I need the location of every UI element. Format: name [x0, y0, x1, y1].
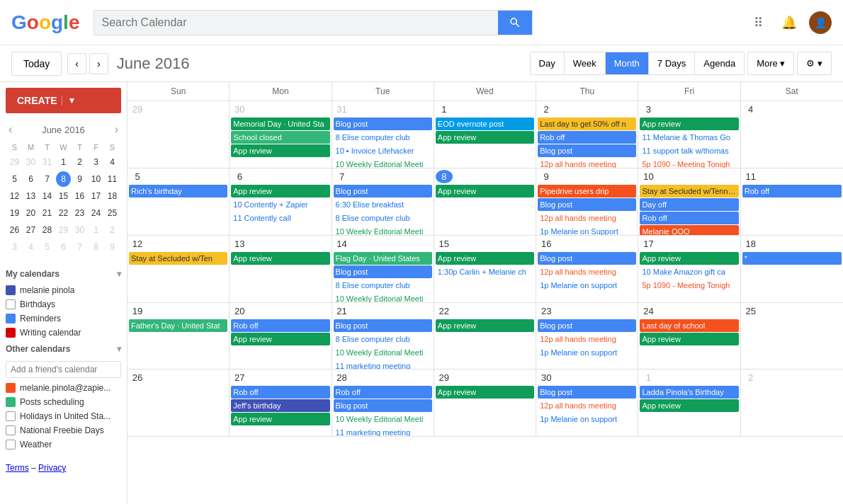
calendar-event[interactable]: App review [436, 386, 534, 399]
mini-cal-day[interactable]: 9 [72, 171, 87, 187]
calendar-event[interactable]: Flag Day · United States [334, 252, 432, 265]
calendar-event[interactable]: Rob off [538, 131, 636, 144]
calendar-event[interactable]: 8 Elise computer club [334, 131, 432, 144]
day-number[interactable]: 30 [231, 103, 248, 116]
calendar-event[interactable]: 8 Elise computer club [334, 212, 432, 224]
calendar-cell[interactable]: 6App review10 Contently + Zapier11 Conte… [230, 168, 332, 236]
calendar-event[interactable]: Rob off [231, 386, 329, 399]
day-number[interactable]: 9 [538, 170, 555, 183]
other-calendar-item[interactable]: melanie.pinola@zapie... [6, 381, 121, 395]
calendar-event[interactable]: 10 Weekly Editorial Meeti [334, 413, 432, 425]
other-calendar-item[interactable]: Holidays in United Sta... [6, 409, 121, 423]
calendar-cell[interactable]: 30Memorial Day · United StaSchool closed… [230, 101, 332, 168]
mini-cal-day[interactable]: 20 [23, 205, 38, 221]
view-day[interactable]: Day [531, 52, 565, 74]
calendar-cell[interactable]: 29 [128, 101, 230, 168]
calendar-cell[interactable]: 16Blog post12p all hands meeting1p Melan… [536, 236, 638, 303]
mini-cal-prev[interactable]: ‹ [6, 122, 15, 137]
calendar-event[interactable]: 11 support talk w/thomas [640, 144, 738, 157]
day-number[interactable]: 19 [129, 304, 146, 318]
mini-cal-day[interactable]: 30 [23, 154, 38, 170]
mini-cal-day[interactable]: 5 [40, 239, 55, 255]
day-number[interactable]: 13 [231, 237, 248, 251]
calendar-checkbox[interactable] [6, 411, 16, 421]
calendar-cell[interactable]: 4 [741, 101, 843, 168]
view-week[interactable]: Week [565, 52, 606, 74]
view-7days[interactable]: 7 Days [649, 52, 695, 74]
calendar-event[interactable]: Stay at Secluded w/Ten [129, 252, 227, 265]
other-calendar-item[interactable]: National Freebie Days [6, 423, 121, 437]
calendar-event[interactable]: Day off [640, 198, 738, 211]
day-number[interactable]: 12 [129, 237, 146, 251]
mini-cal-day[interactable]: 30 [72, 222, 87, 238]
calendar-event[interactable]: App review [436, 131, 534, 144]
calendar-event[interactable]: 12p all hands meeting [538, 265, 636, 278]
calendar-event[interactable]: Rob off [334, 386, 432, 399]
calendar-event[interactable]: * [742, 252, 842, 265]
day-number[interactable]: 24 [640, 304, 657, 318]
mini-cal-day[interactable]: 10 [89, 171, 103, 187]
my-calendar-item[interactable]: Writing calendar [6, 326, 121, 340]
calendar-event[interactable]: 8 Elise computer club [334, 333, 432, 345]
calendar-event[interactable]: 10 Weekly Editorial Meeti [334, 158, 432, 168]
calendar-event[interactable]: Blog post [538, 198, 636, 211]
mini-cal-next[interactable]: › [112, 122, 121, 137]
grid-icon[interactable]: ⠿ [747, 11, 769, 34]
calendar-event[interactable]: App review [436, 185, 534, 197]
calendar-cell[interactable]: 26 [128, 370, 230, 437]
calendar-event[interactable]: Rob off [742, 185, 842, 197]
calendar-cell[interactable]: 2 [741, 370, 843, 437]
calendar-event[interactable]: 12p all hands meeting [538, 158, 636, 168]
view-agenda[interactable]: Agenda [695, 52, 744, 74]
calendar-event[interactable]: 5p 1090 - Meeting Tonigh [640, 158, 738, 168]
other-calendars-header[interactable]: Other calendars ▾ [6, 340, 121, 358]
calendar-cell[interactable]: 27Rob offJeff's birthdayApp review [230, 370, 332, 437]
calendar-cell[interactable]: 1Ladda Pinola's BirthdayApp review [638, 370, 740, 437]
day-number[interactable]: 16 [538, 237, 555, 251]
day-number[interactable]: 2 [538, 103, 555, 116]
calendar-cell[interactable]: 8App review [434, 168, 536, 236]
calendar-event[interactable]: Blog post [538, 319, 636, 332]
calendar-event[interactable]: Blog post [334, 265, 432, 278]
calendar-cell[interactable]: 21Blog post8 Elise computer club10 Weekl… [332, 303, 434, 370]
mini-cal-day[interactable]: 23 [72, 205, 87, 221]
mini-cal-day[interactable]: 7 [40, 171, 55, 187]
calendar-event[interactable]: App review [640, 252, 738, 265]
calendar-cell[interactable]: 22App review [434, 303, 536, 370]
calendar-cell[interactable]: 12Stay at Secluded w/Ten [128, 236, 230, 303]
day-number[interactable]: 22 [436, 304, 453, 318]
mini-cal-day[interactable]: 12 [7, 188, 22, 204]
calendar-cell[interactable]: 1EOD evernote postApp review [434, 101, 536, 168]
calendar-cell[interactable]: 17App review10 Make Amazon gift ca5p 109… [638, 236, 740, 303]
mini-cal-day[interactable]: 9 [105, 239, 120, 255]
calendar-event[interactable]: 6:30 Elise breakfast [334, 198, 432, 211]
calendar-cell[interactable]: 18* [741, 236, 843, 303]
day-number[interactable]: 27 [231, 371, 248, 384]
calendar-event[interactable]: 10 Weekly Editorial Meeti [334, 225, 432, 236]
mini-cal-day[interactable]: 22 [56, 205, 71, 221]
mini-cal-day[interactable]: 16 [72, 188, 87, 204]
day-number[interactable]: 29 [436, 371, 453, 384]
mini-cal-day[interactable]: 7 [72, 239, 87, 255]
mini-cal-day[interactable]: 2 [105, 222, 120, 238]
mini-cal-day[interactable]: 8 [56, 171, 71, 187]
calendar-cell[interactable]: 7Blog post6:30 Elise breakfast8 Elise co… [332, 168, 434, 236]
mini-cal-day[interactable]: 19 [7, 205, 22, 221]
avatar[interactable]: 👤 [809, 11, 832, 34]
calendar-event[interactable]: Father's Day · United Stat [129, 319, 227, 332]
calendar-event[interactable]: Blog post [538, 144, 636, 157]
day-number[interactable]: 15 [436, 237, 453, 251]
calendar-event[interactable]: 1p Melanie on support [538, 346, 636, 359]
calendar-event[interactable]: Blog post [334, 399, 432, 412]
calendar-event[interactable]: App review [231, 144, 329, 157]
mini-cal-day[interactable]: 8 [89, 239, 103, 255]
calendar-event[interactable]: 10 Weekly Editorial Meeti [334, 292, 432, 303]
day-number[interactable]: 21 [334, 304, 351, 318]
calendar-cell[interactable]: 29App review [434, 370, 536, 437]
day-number[interactable]: 26 [129, 371, 146, 384]
mini-cal-day[interactable]: 3 [7, 239, 22, 255]
calendar-event[interactable]: 5p 1090 - Meeting Tonigh [640, 279, 738, 292]
mini-cal-day[interactable]: 14 [40, 188, 55, 204]
calendar-cell[interactable]: 20Rob offApp review [230, 303, 332, 370]
mini-cal-day[interactable]: 5 [7, 171, 22, 187]
